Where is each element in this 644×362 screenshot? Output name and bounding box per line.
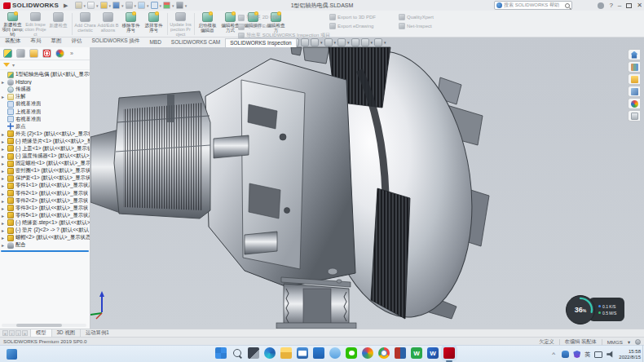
tab-1[interactable]: 装配体 xyxy=(0,36,26,47)
export-button-7[interactable]: Net-Inspect xyxy=(399,23,432,29)
taskbar-clock[interactable]: 15:58 2022/8/15 xyxy=(619,349,641,360)
tab-5[interactable]: SOLIDWORKS 插件 xyxy=(87,36,145,47)
displaymanager-tab[interactable] xyxy=(55,49,64,58)
edit-inspection-project-button[interactable]: Edit Inspection Project xyxy=(24,11,46,37)
print-dropdown-icon[interactable]: ▾ xyxy=(135,3,137,8)
expand-arrow-icon[interactable]: ▸ xyxy=(2,146,7,152)
expand-arrow-icon[interactable]: ▸ xyxy=(2,235,7,241)
word-taskbar-icon[interactable]: W xyxy=(427,347,439,359)
status-badge-icon[interactable] xyxy=(635,339,641,345)
tree-item-15[interactable]: ▸保护套<1> (默认<<默认>_显示状 xyxy=(0,174,90,182)
close-button[interactable]: ✕ xyxy=(637,0,642,11)
screen-recorder-overlay[interactable]: 0.1 K/S 0.5 M/S 36% xyxy=(566,295,624,324)
expand-arrow-icon[interactable]: ▸ xyxy=(2,213,7,219)
save-dropdown-icon[interactable]: ▾ xyxy=(121,3,124,8)
tree-item-16[interactable]: ▸零件1<1> (默认<<默认>_显示状态 xyxy=(0,182,90,189)
file-explorer-taskbar-icon[interactable] xyxy=(280,347,292,359)
add-characteristic-button[interactable]: Add Characteristic xyxy=(74,11,96,37)
select-balloons-button[interactable]: 选择零件序号 xyxy=(143,11,165,37)
tree-filter-row[interactable]: ▾ xyxy=(0,60,90,70)
open-dropdown-icon[interactable]: ▾ xyxy=(109,3,112,8)
chrome-taskbar-icon[interactable] xyxy=(378,347,390,359)
expand-arrow-icon[interactable]: ▸ xyxy=(2,227,7,233)
expand-arrow-icon[interactable]: ▸ xyxy=(2,242,7,248)
display-style-caret-icon[interactable]: ▾ xyxy=(334,40,337,45)
tree-item-19[interactable]: ▸零件3<1> (默认<<默认>_显示状 xyxy=(0,205,90,212)
remove-balloons-button[interactable]: 移除零件序号 xyxy=(120,11,142,37)
model-3d-view[interactable] xyxy=(90,38,644,329)
view-settings-dropdown-icon[interactable]: ▾ xyxy=(185,3,187,8)
taskpane-tab-view-palette[interactable] xyxy=(628,86,640,97)
expand-arrow-icon[interactable]: ▸ xyxy=(2,175,7,181)
expand-arrow-icon[interactable]: ▸ xyxy=(2,220,7,226)
doc-tab-2[interactable]: 3D 视图 xyxy=(51,329,80,337)
export-button-4[interactable]: Export to 3D PDF xyxy=(329,14,376,20)
tab-4[interactable]: 评估 xyxy=(67,36,87,47)
tray-chevron-up-icon[interactable] xyxy=(550,351,558,358)
wechat-taskbar-icon[interactable] xyxy=(346,347,357,359)
model-part-stud-upper[interactable] xyxy=(214,135,249,158)
tree-item-7[interactable]: 右视基准面 xyxy=(0,116,90,123)
expand-arrow-icon[interactable]: ▸ xyxy=(2,191,7,196)
restore-button[interactable] xyxy=(626,3,632,8)
model-part-stud-lower[interactable] xyxy=(245,232,277,254)
view-orientation-caret-icon[interactable]: ▾ xyxy=(320,40,323,45)
tree-item-17[interactable]: ▸零件2<1> (默认<<默认>_显示状 xyxy=(0,190,90,197)
edge-taskbar-icon[interactable] xyxy=(264,347,276,359)
update-inspection-project-button[interactable]: Update Inspection Project xyxy=(170,11,192,37)
tree-item-23[interactable]: ▸螺帽<2> (默认<<默认>_显示状态 xyxy=(0,234,90,241)
search-icon[interactable] xyxy=(565,3,570,8)
expand-arrow-icon[interactable]: ▸ xyxy=(2,168,7,174)
display-states-icon[interactable] xyxy=(163,2,170,9)
view-settings-caret-icon[interactable]: ▾ xyxy=(384,40,386,45)
tree-item-24[interactable]: ▸配合 xyxy=(0,241,90,249)
browser-taskbar-icon[interactable] xyxy=(362,347,373,359)
dimxpertmanager-tab[interactable] xyxy=(42,49,51,58)
tree-item-9[interactable]: ▸外壳 (2)<1> (默认<<默认>_显示状 xyxy=(0,130,90,138)
model-threads-lower[interactable] xyxy=(371,188,410,319)
tab-scroll-prev-icon[interactable]: ‹ xyxy=(9,330,15,336)
new-dropdown-icon[interactable]: ▾ xyxy=(96,3,99,8)
new-icon[interactable] xyxy=(87,2,95,9)
tab-scroll-next-icon[interactable]: › xyxy=(15,330,21,336)
hide-show-items-caret-icon[interactable]: ▾ xyxy=(347,40,350,45)
expand-arrow-icon[interactable]: ▸ xyxy=(2,79,7,85)
taskpane-tab-design-library[interactable] xyxy=(628,61,640,73)
expand-arrow-icon[interactable]: ▸ xyxy=(2,153,7,159)
expand-arrow-icon[interactable]: ▸ xyxy=(2,183,7,188)
view-orientation-icon[interactable] xyxy=(311,38,319,46)
open-icon[interactable] xyxy=(100,2,108,9)
model-flange-hole-2[interactable] xyxy=(285,208,290,214)
panel-tabs-overflow-icon[interactable]: » xyxy=(70,51,73,56)
model-stem-flare[interactable] xyxy=(276,323,356,329)
view-settings-icon[interactable] xyxy=(374,38,382,46)
display-icon[interactable] xyxy=(594,351,602,358)
display-states-dropdown-icon[interactable]: ▾ xyxy=(172,3,174,8)
tree-item-13[interactable]: ▸固定螺栓<1> (默认<<默认>_显示状 xyxy=(0,160,90,167)
export-button-5[interactable]: Export eDrawing xyxy=(329,23,373,29)
filter-funnel-icon[interactable] xyxy=(3,63,10,67)
rollback-bar[interactable] xyxy=(1,250,89,252)
graphics-area[interactable]: ▾▾▾▾▾ 0.1 K/S 0.5 M/S 36% xyxy=(90,38,644,329)
tab-scroll-last-icon[interactable]: » xyxy=(22,330,28,336)
view-settings-icon[interactable] xyxy=(176,2,183,9)
tree-item-3[interactable]: 传感器 xyxy=(0,86,90,93)
recorder-percent-bubble[interactable]: 36% xyxy=(566,295,595,324)
expand-arrow-icon[interactable]: ▸ xyxy=(2,94,7,99)
display-style-icon[interactable] xyxy=(324,38,333,46)
expand-arrow-icon[interactable]: ▸ xyxy=(2,161,7,166)
add-edit-balloons-button[interactable]: Add/Edit Balloons xyxy=(97,11,119,37)
tree-item-2[interactable]: ▸History xyxy=(0,78,90,86)
units-selector[interactable]: MMGS xyxy=(607,339,623,345)
taskpane-tab-appearances-scenes[interactable] xyxy=(628,98,640,109)
featuremanager-tab[interactable] xyxy=(3,49,12,58)
hide-show-items-icon[interactable] xyxy=(337,38,346,46)
expand-arrow-icon[interactable]: ▸ xyxy=(2,198,7,204)
start-taskbar-icon[interactable] xyxy=(215,347,227,359)
export-button-6[interactable]: QualityXpert xyxy=(399,14,434,20)
edit-appearance-icon[interactable] xyxy=(351,38,359,46)
model-screw-2[interactable] xyxy=(337,280,342,283)
tree-item-12[interactable]: ▸(-) 温度传感器<1> (默认<<默认>_ xyxy=(0,152,90,160)
select-dropdown-icon[interactable]: ▾ xyxy=(160,3,162,8)
tree-item-5[interactable]: 前视基准面 xyxy=(0,100,90,108)
